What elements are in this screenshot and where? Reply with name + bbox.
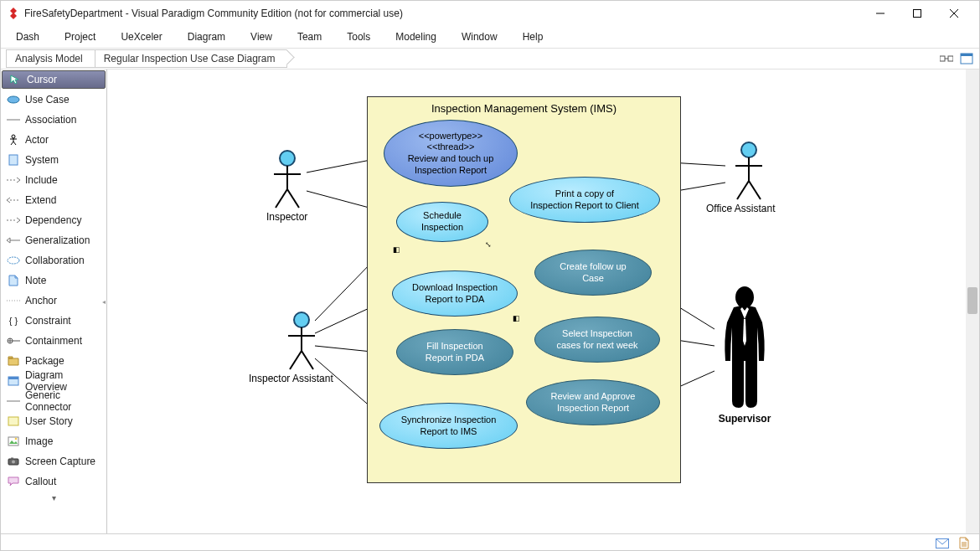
main-area: Cursor Use Case Association Actor System… [1, 70, 979, 533]
usecase-synchronize[interactable]: Synchronize InspectionReport to IMS [379, 403, 518, 449]
window-minimize-button[interactable] [862, 1, 899, 26]
vertical-scrollbar[interactable] [966, 70, 979, 533]
svg-line-61 [749, 181, 761, 199]
svg-point-11 [12, 135, 15, 138]
constraint-icon: { } [7, 314, 20, 327]
svg-point-62 [735, 286, 754, 308]
usecase-review-touchup[interactable]: <<powertype>><<thread>>Review and touch … [384, 120, 518, 187]
svg-point-9 [8, 96, 19, 103]
svg-rect-28 [8, 377, 18, 379]
window-maximize-button[interactable] [899, 1, 936, 26]
actor-inspector-label: Inspector [266, 211, 307, 223]
palette-item-system[interactable]: System [1, 150, 106, 170]
extend-icon [7, 193, 20, 207]
svg-line-15 [13, 142, 16, 145]
palette-item-generic-connector[interactable]: Generic Connector [1, 391, 106, 411]
palette-item-actor[interactable]: Actor [1, 130, 106, 150]
usecase-print-copy[interactable]: Print a copy ofInspection Report to Clie… [509, 177, 660, 223]
palette-item-association[interactable]: Association [1, 110, 106, 130]
usecase-fill-report-pda[interactable]: Fill InspectionReport in PDA [396, 329, 513, 375]
svg-point-52 [294, 312, 309, 327]
menu-window[interactable]: Window [462, 31, 498, 43]
palette-item-cursor[interactable]: Cursor [2, 70, 106, 89]
palette-item-generalization[interactable]: Generalization [1, 230, 106, 250]
diagram-canvas-wrap: Inspection Management System (IMS) <<pow… [107, 70, 979, 533]
svg-point-34 [12, 461, 15, 464]
palette-item-package[interactable]: Package [1, 351, 106, 371]
usecase-select-cases[interactable]: Select Inspectioncases for next week [534, 317, 660, 363]
svg-line-56 [302, 351, 313, 369]
palette-item-anchor[interactable]: Anchor [1, 291, 106, 311]
usecase-schedule-inspection[interactable]: ScheduleInspection [396, 202, 488, 242]
palette-item-note[interactable]: Note [1, 270, 106, 291]
actor-office-assistant-label: Office Assistant [706, 203, 775, 214]
menu-tools[interactable]: Tools [347, 31, 370, 43]
resize-cursor-icon: ⤡ [485, 240, 492, 249]
palette-item-constraint[interactable]: { } Constraint [1, 311, 106, 331]
menu-bar: Dash Project UeXceler Diagram View Team … [1, 26, 979, 48]
menu-dash[interactable]: Dash [16, 31, 39, 43]
breadcrumb-bar: Analysis Model Regular Inspection Use Ca… [1, 48, 979, 70]
status-bar [1, 533, 979, 551]
layout-tool-icon[interactable] [939, 51, 954, 66]
breadcrumb-item-analysis-model[interactable]: Analysis Model [6, 49, 95, 68]
actor-supervisor[interactable]: Supervisor [707, 286, 782, 425]
palette-item-containment[interactable]: Containment [1, 331, 106, 351]
include-icon [7, 173, 20, 187]
svg-line-60 [737, 181, 749, 199]
svg-rect-31 [8, 437, 18, 445]
usecase-create-followup[interactable]: Create follow upCase [534, 250, 652, 296]
svg-point-47 [280, 151, 295, 166]
cursor-icon [8, 73, 22, 86]
svg-line-50 [276, 189, 287, 208]
breadcrumb-item-regular-inspection[interactable]: Regular Inspection Use Case Diagram [95, 49, 288, 68]
app-icon [8, 8, 19, 19]
palette-item-overview[interactable]: Diagram Overview [1, 371, 106, 391]
palette-item-extend[interactable]: Extend [1, 190, 106, 210]
palette-item-usecase[interactable]: Use Case [1, 90, 106, 110]
menu-modeling[interactable]: Modeling [395, 31, 436, 43]
dependency-icon [7, 214, 20, 227]
svg-rect-16 [9, 155, 18, 165]
document-icon[interactable] [959, 537, 972, 550]
palette-item-dependency[interactable]: Dependency [1, 210, 106, 230]
overview-icon [7, 374, 20, 388]
actor-supervisor-label: Supervisor [707, 413, 782, 425]
menu-project[interactable]: Project [64, 31, 95, 43]
usecase-review-approve[interactable]: Review and ApproveInspection Report [526, 379, 660, 425]
panel-tool-icon[interactable] [959, 51, 974, 66]
package-icon [7, 354, 20, 368]
actor-inspector[interactable]: Inspector [266, 149, 307, 223]
palette-item-user-story[interactable]: User Story [1, 411, 106, 431]
menu-uexceler[interactable]: UeXceler [121, 31, 162, 43]
menu-diagram[interactable]: Diagram [188, 31, 225, 43]
actor-inspector-assistant-label: Inspector Assistant [249, 373, 333, 384]
anchor-marker-icon: ◧ [513, 314, 520, 322]
diagram-canvas[interactable]: Inspection Management System (IMS) <<pow… [107, 70, 979, 533]
palette-item-callout[interactable]: Callout [1, 471, 106, 492]
screen-capture-icon [7, 455, 20, 468]
tool-palette: Cursor Use Case Association Actor System… [1, 70, 107, 533]
window-close-button[interactable] [936, 1, 972, 26]
palette-item-collaboration[interactable]: Collaboration [1, 250, 106, 270]
collaboration-icon [7, 254, 20, 267]
svg-rect-5 [948, 56, 953, 61]
usecase-icon [7, 93, 20, 106]
palette-item-image[interactable]: Image [1, 431, 106, 451]
palette-more-arrow[interactable]: ▾ [1, 492, 106, 504]
menu-team[interactable]: Team [297, 31, 322, 43]
palette-item-include[interactable]: Include [1, 170, 106, 190]
user-story-icon [7, 415, 20, 428]
association-icon [7, 113, 20, 126]
palette-item-screen-capture[interactable]: Screen Capture [1, 451, 106, 471]
svg-point-57 [741, 142, 756, 157]
actor-inspector-assistant[interactable]: Inspector Assistant [271, 311, 333, 384]
mail-icon[interactable] [936, 537, 949, 550]
menu-view[interactable]: View [250, 31, 272, 43]
svg-line-51 [287, 189, 299, 208]
window-title: FireSafetyDepartment - Visual Paradigm C… [24, 8, 403, 19]
usecase-download-pda[interactable]: Download InspectionReport to PDA [392, 270, 518, 317]
svg-rect-1 [914, 10, 921, 18]
menu-help[interactable]: Help [523, 31, 544, 43]
actor-office-assistant[interactable]: Office Assistant [723, 141, 775, 214]
